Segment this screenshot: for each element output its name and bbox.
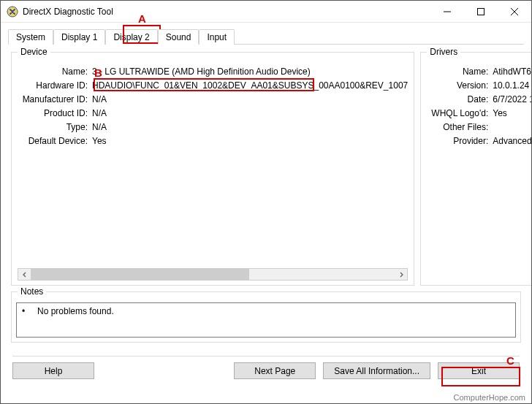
maximize-button[interactable] [464, 1, 498, 23]
drivers-value-provider: Advanced Micro Devices [493, 135, 532, 147]
button-label: Exit [471, 366, 486, 376]
drivers-groupbox: Drivers Name: AtihdWT6.sys Version: 10.0… [420, 52, 532, 286]
drivers-label: Date: [427, 94, 493, 105]
button-label: Help [45, 366, 63, 376]
notes-groupbox: Notes • No problems found. [11, 291, 521, 343]
window-controls [430, 1, 531, 22]
drivers-legend: Drivers [427, 47, 460, 57]
tab-label: Display 2 [113, 32, 149, 42]
device-row-type: Type: N/A [18, 121, 408, 133]
device-row-manufacturer-id: Manufacturer ID: N/A [18, 94, 408, 105]
close-button[interactable] [498, 1, 531, 23]
tab-label: Input [207, 32, 227, 42]
drivers-value-other-files [493, 121, 532, 133]
exit-button[interactable]: Exit [438, 362, 520, 379]
scroll-track[interactable] [31, 269, 395, 280]
drivers-label: Name: [427, 66, 493, 77]
drivers-row-provider: Provider: Advanced Micro Devices [427, 135, 532, 147]
app-icon [7, 6, 18, 18]
notes-item-text: No problems found. [37, 306, 114, 316]
device-label: Manufacturer ID: [18, 94, 92, 105]
device-row-hardware-id: Hardware ID: HDAUDIO\FUNC_01&VEN_1002&DE… [18, 80, 408, 91]
device-legend: Device [18, 47, 50, 57]
drivers-label: WHQL Logo'd: [427, 107, 493, 119]
notes-list[interactable]: • No problems found. [16, 302, 516, 338]
scroll-thumb[interactable] [31, 269, 249, 280]
separator [12, 356, 520, 357]
button-label: Next Page [254, 366, 295, 376]
drivers-label: Version: [427, 80, 493, 91]
device-label: Hardware ID: [18, 80, 92, 91]
device-value-default: Yes [92, 135, 408, 147]
titlebar: DirectX Diagnostic Tool [1, 1, 531, 23]
client-area: System Display 1 Display 2 Sound Input D… [1, 23, 531, 386]
tab-input[interactable]: Input [199, 29, 235, 45]
drivers-label: Other Files: [427, 121, 493, 133]
list-item: • No problems found. [21, 306, 511, 316]
tab-display-2[interactable]: Display 2 [105, 29, 157, 45]
device-value-type: N/A [92, 121, 408, 133]
device-value-manufacturer-id: N/A [92, 94, 408, 105]
drivers-row-other-files: Other Files: [427, 121, 532, 133]
drivers-value-name: AtihdWT6.sys [493, 66, 532, 77]
drivers-row-whql: WHQL Logo'd: Yes [427, 107, 532, 119]
device-row-default-device: Default Device: Yes [18, 135, 408, 147]
device-label: Name: [18, 66, 92, 77]
scroll-right-arrow-icon[interactable] [395, 269, 407, 280]
drivers-row-date: Date: 6/7/2022 18:00:00 [427, 94, 532, 105]
tab-label: System [16, 32, 45, 42]
button-row: Help Next Page Save All Information... E… [8, 362, 524, 379]
window-title: DirectX Diagnostic Tool [23, 7, 430, 17]
tab-content-sound: Device Name: 3 - LG ULTRAWIDE (AMD High … [8, 45, 524, 289]
device-groupbox: Device Name: 3 - LG ULTRAWIDE (AMD High … [11, 52, 414, 286]
next-page-button[interactable]: Next Page [234, 362, 316, 379]
drivers-label: Provider: [427, 135, 493, 147]
tab-label: Sound [166, 32, 191, 42]
bullet-icon: • [21, 306, 26, 316]
device-row-product-id: Product ID: N/A [18, 107, 408, 119]
device-label: Default Device: [18, 135, 92, 147]
device-value-product-id: N/A [92, 107, 408, 119]
drivers-value-whql: Yes [493, 107, 532, 119]
device-value-name: 3 - LG ULTRAWIDE (AMD High Definition Au… [92, 66, 408, 77]
drivers-row-version: Version: 10.0.1.24 (English) [427, 80, 532, 91]
device-value-hardware-id: HDAUDIO\FUNC_01&VEN_1002&DEV_AA01&SUBSYS… [92, 80, 408, 91]
device-row-name: Name: 3 - LG ULTRAWIDE (AMD High Definit… [18, 66, 408, 77]
device-horizontal-scrollbar[interactable] [18, 268, 408, 281]
device-label: Type: [18, 121, 92, 133]
device-label: Product ID: [18, 107, 92, 119]
help-button[interactable]: Help [12, 362, 94, 379]
tab-sound[interactable]: Sound [158, 29, 200, 45]
button-label: Save All Information... [334, 366, 419, 376]
tab-label: Display 1 [61, 32, 97, 42]
save-all-information-button[interactable]: Save All Information... [323, 362, 430, 379]
drivers-value-date: 6/7/2022 18:00:00 [493, 94, 532, 105]
drivers-row-name: Name: AtihdWT6.sys [427, 66, 532, 77]
watermark: ComputerHope.com [454, 393, 525, 402]
tab-strip: System Display 1 Display 2 Sound Input [8, 28, 524, 45]
tab-system[interactable]: System [8, 29, 53, 45]
svg-rect-1 [478, 9, 484, 15]
notes-legend: Notes [18, 286, 46, 297]
scroll-left-arrow-icon[interactable] [18, 269, 31, 280]
drivers-value-version: 10.0.1.24 (English) [493, 80, 532, 91]
minimize-button[interactable] [430, 1, 464, 23]
tab-display-1[interactable]: Display 1 [53, 29, 105, 45]
